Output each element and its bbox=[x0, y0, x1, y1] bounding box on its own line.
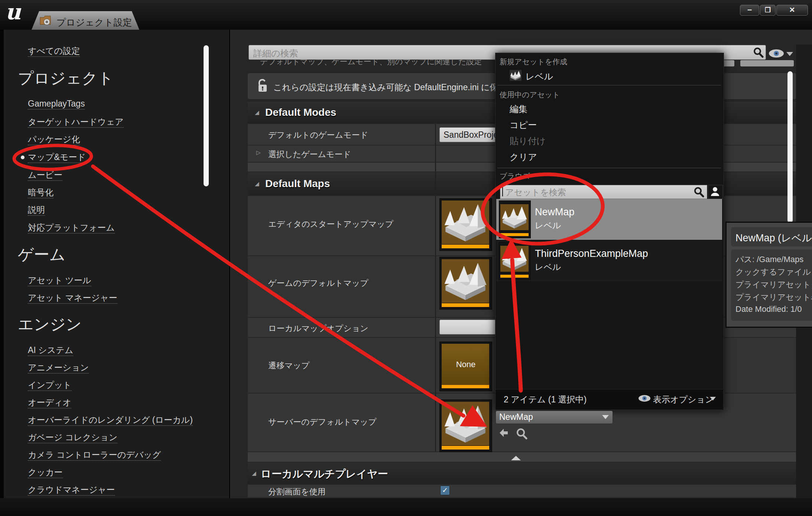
asset-newmap-thumbnail bbox=[499, 200, 531, 238]
popup-browse-section-label: ブラウズ bbox=[500, 171, 530, 181]
view-options-eye-icon[interactable] bbox=[768, 48, 785, 59]
tooltip-line-path: パス: /Game/Maps bbox=[735, 254, 803, 265]
active-item-bullet bbox=[21, 156, 25, 159]
sidebar-item-movies[interactable]: ムービー bbox=[28, 169, 62, 181]
back-arrow-icon[interactable] bbox=[498, 428, 509, 439]
popup-menu-item-clear[interactable]: クリア bbox=[510, 151, 537, 163]
row-game-default-map-label: ゲームのデフォルトマップ bbox=[268, 278, 368, 289]
sidebar-item-audio[interactable]: オーディオ bbox=[28, 397, 71, 408]
tab-icon bbox=[39, 15, 52, 26]
section-collapse-icon[interactable]: ◢ bbox=[255, 180, 259, 187]
asset-search-caret bbox=[502, 187, 503, 196]
section-collapse-icon[interactable]: ◢ bbox=[252, 470, 256, 477]
advanced-expander-band[interactable] bbox=[248, 452, 796, 462]
asset-tooltip: NewMap (レベル パス: /Game/Maps クックするファイル / プ… bbox=[725, 222, 812, 328]
row-use-splitscreen bbox=[248, 485, 796, 497]
asset-thirdperson-thumbnail bbox=[499, 242, 531, 280]
sidebar-item-packaging[interactable]: パッケージ化 bbox=[28, 134, 80, 145]
sidebar-item-maps-modes[interactable]: マップ&モード bbox=[28, 151, 86, 163]
map-picker-value: NewMap bbox=[499, 412, 533, 422]
sidebar-item-animation[interactable]: アニメーション bbox=[28, 362, 89, 373]
sidebar-item-chaos-manager[interactable]: クラウドマネージャー bbox=[28, 484, 115, 496]
row-transition-map-label: 遷移マップ bbox=[268, 360, 310, 371]
level-icon bbox=[510, 70, 522, 81]
tooltip-line-date-modified: Date Modified: 1/0 bbox=[735, 304, 802, 314]
sidebar-item-input[interactable]: インプット bbox=[28, 379, 72, 391]
main-scrollbar[interactable] bbox=[787, 71, 793, 223]
unreal-logo: u bbox=[5, 0, 21, 25]
row-local-map-options-label: ローカルマップオプション bbox=[268, 323, 368, 334]
transition-map-none-thumbnail[interactable]: None bbox=[439, 342, 492, 391]
person-filter-button[interactable] bbox=[708, 185, 723, 199]
project-settings-window: u プロジェクト設定 × – ❐ ✕ すべての設定 プロジェクト Gamepla… bbox=[0, 0, 812, 516]
asset-newmap-name: NewMap bbox=[535, 206, 575, 218]
popup-menu-item-paste[interactable]: 貼り付け bbox=[510, 135, 546, 147]
sidebar-item-description[interactable]: 説明 bbox=[28, 204, 45, 216]
asset-newmap-type: レベル bbox=[535, 220, 561, 231]
sidebar-heading-engine: エンジン bbox=[18, 314, 82, 335]
asset-thirdperson-name: ThirdPersonExampleMap bbox=[535, 248, 648, 259]
chevron-down-icon[interactable] bbox=[602, 415, 609, 419]
config-notice-text: これらの設定は現在書き込み可能な DefaultEngine.ini に保存され bbox=[273, 82, 524, 93]
window-bottom-strip bbox=[0, 498, 812, 516]
details-search-placeholder: 詳細の検索 bbox=[253, 48, 298, 59]
row-use-splitscreen-label: 分割画面を使用 bbox=[268, 486, 326, 497]
section-default-modes-title: Default Modes bbox=[265, 107, 336, 118]
sidebar-item-cooker[interactable]: クッカー bbox=[28, 467, 63, 478]
expander-icon[interactable]: ▷ bbox=[256, 149, 261, 156]
sidebar-item-supported-platforms[interactable]: 対応プラットフォーム bbox=[28, 222, 115, 233]
row-default-gamemode-label: デフォルトのゲームモード bbox=[268, 130, 368, 141]
close-button[interactable]: ✕ bbox=[776, 5, 808, 16]
column-divider[interactable] bbox=[435, 124, 436, 451]
row-server-default-map-label: サーバーのデフォルトマップ bbox=[268, 417, 377, 428]
tab-title: プロジェクト設定 bbox=[56, 16, 132, 29]
row-selected-gamemode-label: 選択したゲームモード bbox=[268, 149, 351, 160]
minimize-button[interactable]: – bbox=[740, 5, 759, 16]
splitscreen-checkbox[interactable]: ✓ bbox=[440, 486, 450, 495]
tooltip-title: NewMap (レベル bbox=[735, 231, 812, 245]
row-editor-startup-map-label: エディタのスタートアップマップ bbox=[268, 219, 393, 230]
sidebar-item-asset-manager[interactable]: アセット マネージャー bbox=[28, 292, 117, 304]
search-icon bbox=[753, 47, 764, 58]
sidebar-item-target-hardware[interactable]: ターゲットハードウェア bbox=[28, 116, 124, 128]
view-options-chevron-icon[interactable] bbox=[786, 51, 793, 56]
popup-menu-item-copy[interactable]: コピー bbox=[510, 119, 537, 131]
unlock-icon bbox=[256, 79, 269, 94]
sidebar-item-gameplaytags[interactable]: GameplayTags bbox=[28, 99, 85, 109]
game-default-map-thumbnail[interactable] bbox=[439, 257, 492, 310]
search-icon bbox=[693, 186, 704, 197]
popup-menu-item-edit[interactable]: 編集 bbox=[510, 103, 527, 115]
browse-search-icon[interactable] bbox=[516, 428, 527, 440]
section-default-maps-title: Default Maps bbox=[265, 178, 330, 190]
section-local-multiplayer-title: ローカルマルチプレイヤー bbox=[261, 467, 388, 481]
popup-create-section-label: 新規アセットを作成 bbox=[500, 57, 567, 67]
sidebar-item-camera-debug[interactable]: カメラ コントローラーのデバッグ bbox=[28, 449, 161, 461]
sidebar-item-garbage-collection[interactable]: ガベージ コレクション bbox=[28, 432, 117, 443]
sidebar-item-rendering-overrides[interactable]: オーバーライドのレンダリング (ローカル) bbox=[28, 414, 193, 426]
popup-view-options-label[interactable]: 表示オプション bbox=[653, 394, 714, 405]
tooltip-line-primary-name: プライマリアセット名 bbox=[735, 292, 812, 303]
asset-search-placeholder: アセットを検索 bbox=[505, 187, 566, 198]
popup-separator bbox=[497, 85, 721, 85]
default-gamemode-value: SandBoxProjec bbox=[444, 130, 503, 140]
popup-menu-item-level[interactable]: レベル bbox=[526, 71, 553, 82]
sidebar-all-settings[interactable]: すべての設定 bbox=[28, 45, 80, 57]
asset-thirdperson-type: レベル bbox=[535, 261, 561, 273]
sidebar-heading-game: ゲーム bbox=[18, 244, 65, 265]
collapse-up-icon[interactable] bbox=[511, 455, 521, 461]
sidebar-item-asset-tools[interactable]: アセット ツール bbox=[28, 275, 91, 286]
chevron-down-icon[interactable] bbox=[709, 396, 716, 401]
sidebar-item-ai-system[interactable]: AI システム bbox=[28, 344, 73, 356]
toolbar-pill-right[interactable] bbox=[740, 60, 794, 66]
tooltip-line-cook: クックするファイル / bbox=[735, 267, 812, 278]
sidebar-heading-project: プロジェクト bbox=[18, 68, 114, 89]
tab-close-icon[interactable]: × bbox=[123, 16, 128, 26]
maximize-button[interactable]: ❐ bbox=[760, 5, 776, 16]
view-options-eye-icon[interactable] bbox=[638, 394, 651, 402]
section-collapse-icon[interactable]: ◢ bbox=[255, 109, 259, 116]
editor-startup-map-thumbnail[interactable] bbox=[439, 198, 492, 251]
sidebar-item-encryption[interactable]: 暗号化 bbox=[28, 187, 53, 198]
server-default-map-thumbnail[interactable] bbox=[439, 399, 492, 452]
sidebar-scrollbar[interactable] bbox=[204, 45, 209, 186]
popup-current-section-label: 使用中のアセット bbox=[500, 90, 560, 100]
